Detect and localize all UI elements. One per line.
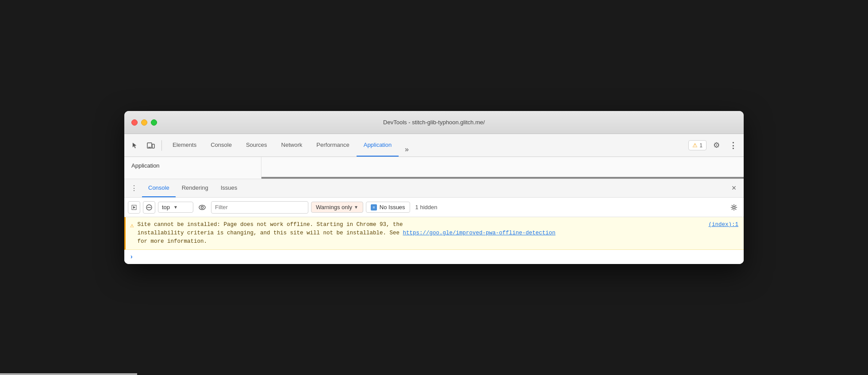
warning-count: 1: [699, 142, 703, 149]
console-tabs: Console Rendering Issues: [142, 179, 243, 197]
svg-marker-4: [133, 206, 135, 209]
toolbar-divider-1: [161, 140, 162, 151]
minimize-button[interactable]: [141, 119, 147, 126]
window-title: DevTools - stitch-glib-typhoon.glitch.me…: [383, 119, 485, 126]
settings-button[interactable]: ⚙: [709, 138, 723, 153]
filter-settings-button[interactable]: [728, 201, 740, 214]
filter-input[interactable]: [211, 201, 308, 214]
console-tab-console[interactable]: Console: [142, 179, 176, 197]
warning-location-inline[interactable]: (index):1: [708, 221, 738, 229]
svg-point-8: [201, 206, 204, 208]
close-button[interactable]: [131, 119, 138, 126]
svg-point-9: [733, 206, 735, 208]
main-toolbar: Elements Console Sources Network Perform…: [124, 134, 744, 157]
svg-rect-1: [152, 144, 154, 148]
traffic-lights: [131, 119, 157, 126]
hide-button[interactable]: [196, 201, 208, 214]
warning-text-after-link: for more information.: [137, 238, 207, 245]
console-more-button[interactable]: ⋮: [128, 182, 140, 195]
warning-badge[interactable]: ⚠ 1: [688, 140, 707, 150]
console-tab-issues[interactable]: Issues: [215, 179, 244, 197]
content-area: Application ⋮ Console Rendering: [124, 157, 744, 264]
warning-triangle-icon: ⚠: [692, 142, 698, 149]
hidden-count: 1 hidden: [415, 204, 438, 210]
console-prompt-line[interactable]: ›: [124, 250, 744, 264]
devtools-window: DevTools - stitch-glib-typhoon.glitch.me…: [124, 111, 744, 264]
warning-message-row: ⚠ Site cannot be installed: Page does no…: [124, 217, 744, 249]
left-panel-header: Application: [124, 157, 261, 179]
svg-point-7: [199, 205, 205, 210]
nav-tabs: Elements Console Sources Network Perform…: [165, 134, 415, 157]
no-issues-button[interactable]: ≡ No Issues: [366, 202, 410, 213]
tab-console[interactable]: Console: [204, 134, 239, 157]
warning-link[interactable]: https://goo.gle/improved-pwa-offline-det…: [403, 230, 556, 236]
tab-network[interactable]: Network: [274, 134, 310, 157]
toolbar-right: ⚠ 1 ⚙ ⋮: [688, 138, 740, 153]
run-script-button[interactable]: [128, 201, 140, 214]
tab-elements[interactable]: Elements: [165, 134, 204, 157]
prompt-arrow-icon: ›: [130, 253, 133, 260]
console-messages: ⚠ Site cannot be installed: Page does no…: [124, 217, 744, 264]
context-selector-arrow: ▼: [173, 205, 178, 210]
top-panels: Application: [124, 157, 744, 179]
console-panel: ⋮ Console Rendering Issues ×: [124, 179, 744, 264]
console-close-button[interactable]: ×: [728, 182, 740, 195]
no-issues-icon: ≡: [371, 204, 377, 210]
right-panel-header: [261, 157, 744, 179]
console-filter-bar: top ▼ Warnings only ▼: [124, 198, 744, 217]
tab-sources[interactable]: Sources: [239, 134, 274, 157]
cursor-icon-button[interactable]: [128, 138, 142, 153]
tab-application[interactable]: Application: [357, 134, 399, 157]
warning-text-line1: Site cannot be installed: Page does not …: [137, 222, 403, 228]
titlebar: DevTools - stitch-glib-typhoon.glitch.me…: [124, 111, 744, 134]
context-selector[interactable]: top ▼: [158, 202, 193, 213]
warning-message-text: Site cannot be installed: Page does not …: [137, 221, 738, 245]
warning-triangle-icon: ⚠: [130, 221, 134, 245]
console-toolbar: ⋮ Console Rendering Issues ×: [124, 179, 744, 198]
more-options-button[interactable]: ⋮: [726, 138, 740, 153]
more-tabs-button[interactable]: »: [399, 142, 415, 157]
maximize-button[interactable]: [151, 119, 157, 126]
warnings-dropdown-arrow: ▼: [354, 205, 358, 210]
device-icon-button[interactable]: [144, 138, 158, 153]
console-tab-rendering[interactable]: Rendering: [176, 179, 215, 197]
warnings-only-dropdown[interactable]: Warnings only ▼: [311, 202, 363, 213]
clear-console-button[interactable]: [143, 201, 155, 214]
tab-performance[interactable]: Performance: [309, 134, 356, 157]
warning-text-line2: installability criteria is changing, and…: [137, 230, 403, 236]
application-label: Application: [131, 162, 160, 169]
